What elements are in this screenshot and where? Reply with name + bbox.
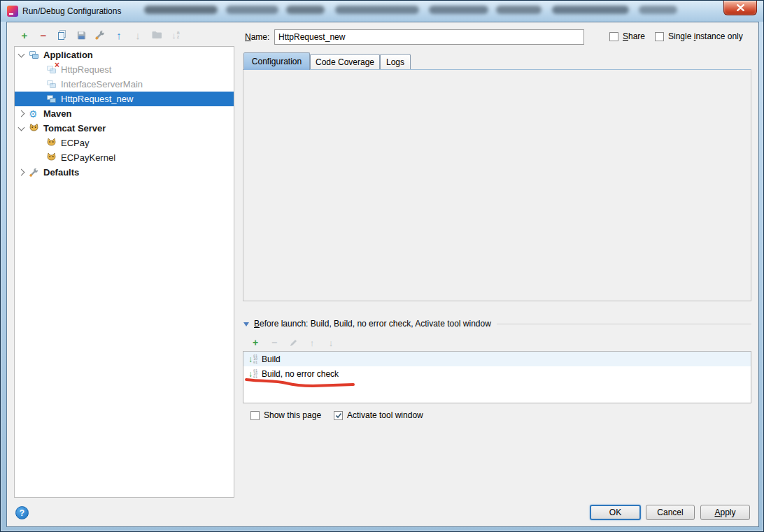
folder-icon (151, 29, 162, 41)
tree-group-maven[interactable]: ⚙ Maven (15, 106, 234, 121)
remove-configuration-button[interactable]: − (36, 28, 51, 42)
share-checkbox[interactable]: Share (609, 31, 645, 41)
background-blur-blob (286, 6, 325, 14)
task-row-build[interactable]: ↓011001 Build (243, 352, 751, 366)
before-launch-move-down-button[interactable]: ↓ (323, 336, 339, 350)
activate-tool-window-checkbox[interactable]: Activate tool window (334, 410, 423, 420)
copy-configuration-button[interactable] (55, 28, 70, 42)
background-blur-blob (429, 6, 488, 14)
copy-icon (57, 29, 68, 41)
tree-item-httprequest[interactable]: × HttpRequest (15, 62, 234, 77)
background-blur-blob (335, 6, 419, 14)
chevron-right-icon[interactable] (18, 110, 25, 117)
apply-button[interactable]: Apply (700, 505, 750, 520)
maven-icon: ⚙ (29, 108, 41, 120)
background-blur-blob (144, 6, 218, 14)
sort-arrow: ↓ (171, 30, 176, 41)
divider (497, 324, 751, 324)
background-blur-blob (639, 6, 677, 14)
application-icon (46, 94, 58, 105)
before-launch-header[interactable]: Before launch: Build, Build, no error ch… (243, 319, 751, 329)
tree-item-ecpay[interactable]: ECPay (15, 136, 234, 150)
application-icon (29, 50, 41, 61)
intellij-app-icon (7, 6, 18, 17)
configurations-tree: Application × HttpRequest InterfaceServe… (14, 46, 234, 498)
tree-group-application[interactable]: Application (15, 48, 234, 62)
tomcat-icon (29, 123, 41, 134)
window-title: Run/Debug Configurations (22, 6, 121, 16)
before-launch-add-button[interactable]: + (248, 336, 263, 350)
before-launch-task-list: ↓011001 Build ↓011001 Build, no error ch… (243, 351, 751, 403)
checkbox-box (609, 32, 618, 41)
tomcat-icon (46, 138, 58, 149)
build-icon: ↓011001 (248, 354, 257, 364)
before-launch-edit-button[interactable] (285, 336, 301, 350)
checkbox-box-checked (334, 411, 343, 420)
help-button[interactable]: ? (15, 506, 29, 519)
sort-az-icon: az (177, 31, 180, 39)
wrench-icon (94, 29, 106, 41)
ok-button[interactable]: OK (590, 505, 641, 520)
titlebar[interactable]: Run/Debug Configurations (1, 1, 763, 22)
name-label: Name: (245, 29, 269, 45)
close-icon (737, 4, 744, 11)
tomcat-icon (46, 152, 58, 164)
show-this-page-checkbox[interactable]: Show this page (250, 410, 321, 420)
tree-item-httprequest-new-selected[interactable]: HttpRequest_new (15, 92, 234, 106)
tab-code-coverage[interactable]: Code Coverage (310, 54, 380, 70)
move-down-button[interactable]: ↓ (130, 28, 146, 42)
tab-configuration[interactable]: Configuration (243, 52, 310, 70)
defaults-wrench-icon (29, 167, 41, 178)
build-icon: ↓011001 (248, 369, 257, 378)
cancel-button[interactable]: Cancel (646, 505, 695, 520)
tab-logs[interactable]: Logs (380, 54, 411, 70)
add-configuration-button[interactable]: + (17, 28, 32, 42)
before-launch-remove-button[interactable]: − (267, 336, 282, 350)
close-button[interactable] (723, 1, 757, 15)
tree-group-defaults[interactable]: Defaults (15, 165, 234, 180)
task-row-build-no-error-check[interactable]: ↓011001 Build, no error check (243, 366, 751, 381)
sort-configurations-button[interactable]: ↓ az (168, 28, 183, 42)
pencil-icon (289, 338, 298, 347)
run-debug-configurations-dialog: Run/Debug Configurations + − ↑ ↓ (0, 0, 764, 532)
tree-item-interfaceservermain[interactable]: InterfaceServerMain (15, 77, 234, 92)
chevron-down-icon[interactable] (18, 50, 25, 57)
move-up-button[interactable]: ↑ (111, 28, 127, 42)
configuration-tab-panel (243, 69, 751, 301)
chevron-right-icon[interactable] (18, 169, 25, 176)
save-configuration-button[interactable] (73, 28, 89, 42)
name-value: HttpRequest_new (278, 32, 345, 42)
background-blur-blob (552, 6, 629, 14)
edit-defaults-button[interactable] (92, 28, 108, 42)
check-icon (335, 412, 342, 419)
dialog-content: + − ↑ ↓ ↓ az (6, 22, 759, 527)
tree-group-tomcat-server[interactable]: Tomcat Server (15, 121, 234, 136)
application-broken-icon: × (46, 64, 58, 76)
chevron-down-icon[interactable] (18, 124, 25, 131)
application-icon (46, 79, 58, 90)
name-input[interactable]: HttpRequest_new (274, 29, 584, 45)
create-folder-button[interactable] (149, 28, 164, 42)
tree-item-ecpaykernel[interactable]: ECPayKernel (15, 150, 234, 165)
checkbox-box (655, 32, 664, 41)
save-icon (76, 30, 87, 41)
background-blur-blob (496, 6, 542, 14)
background-blur-blob (226, 6, 278, 14)
checkbox-box (250, 411, 260, 420)
collapse-triangle-icon[interactable] (243, 322, 249, 326)
single-instance-checkbox[interactable]: Single instance only (655, 31, 743, 41)
before-launch-move-up-button[interactable]: ↑ (304, 336, 320, 350)
